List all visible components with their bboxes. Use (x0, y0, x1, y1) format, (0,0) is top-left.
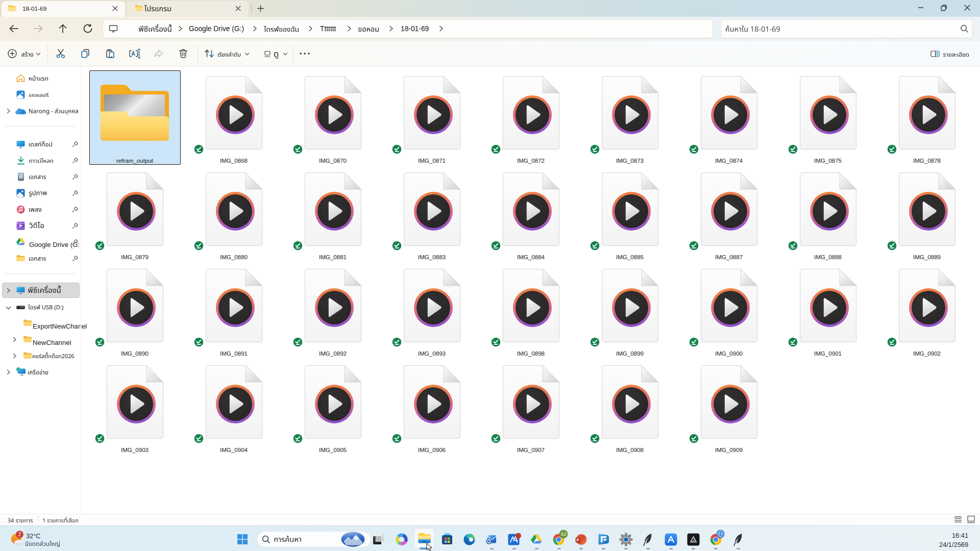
svg-text:SJ: SJ (561, 532, 566, 537)
svg-text:P: P (577, 538, 580, 542)
svg-text:2: 2 (18, 532, 21, 537)
